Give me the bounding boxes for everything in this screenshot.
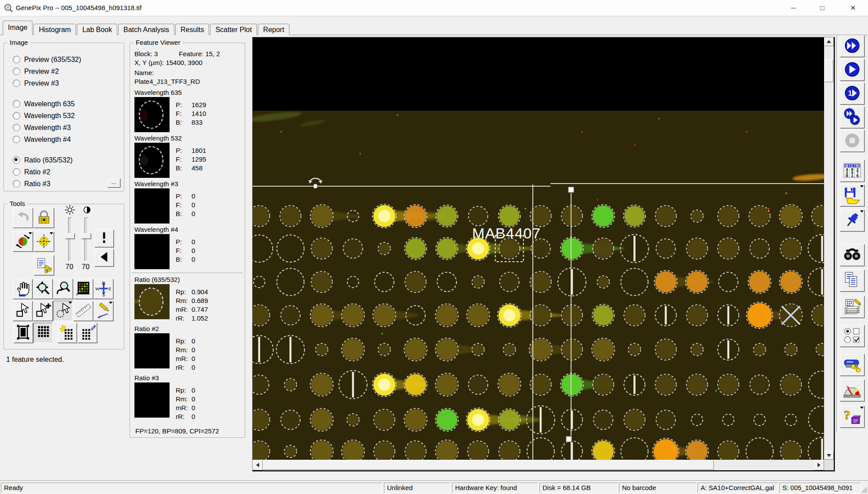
toolbar-barcode-button[interactable]: BCR438951276 [840, 160, 864, 182]
select-add-button[interactable] [33, 301, 53, 321]
feature-thumbnail [134, 97, 170, 132]
close-button[interactable]: ✕ [840, 0, 866, 16]
horizontal-scrollbar[interactable] [253, 460, 824, 470]
fv-values: Rp:0Rm:0mR:0rR:0 [176, 333, 195, 372]
vertical-scrollbar[interactable] [824, 37, 834, 460]
flag-feature-button[interactable] [94, 230, 114, 247]
draw-tool-button[interactable] [94, 301, 113, 321]
radio-button-icon[interactable] [13, 56, 20, 63]
array-image[interactable]: MAB4407 [253, 37, 824, 460]
radio-button-icon[interactable] [13, 136, 20, 143]
horizontal-scroll-thumb[interactable] [263, 460, 714, 470]
array-display-button[interactable] [73, 279, 93, 299]
contrast-slider-thumb[interactable] [81, 233, 91, 239]
radio-button-icon[interactable] [13, 79, 20, 87]
scan-all-icon [843, 36, 862, 55]
radio-label: Ratio #2 [24, 168, 51, 176]
block-properties-button[interactable] [78, 323, 97, 343]
radio-preview-635-532-[interactable]: Preview (635/532) [4, 54, 124, 65]
scroll-up-button[interactable] [824, 37, 834, 46]
rotate-image-button[interactable] [13, 231, 33, 252]
tab-scatter-plot[interactable]: Scatter Plot [210, 24, 257, 35]
name-label: Name: [130, 69, 245, 78]
tab-batch-analysis[interactable]: Batch Analysis [118, 24, 174, 35]
radio-button-icon[interactable] [13, 168, 20, 176]
pan-tool-button[interactable] [13, 279, 33, 299]
tab-strip: ImageHistogramLab BookBatch AnalysisResu… [3, 21, 290, 35]
toolbar-scan-button[interactable] [840, 59, 864, 81]
window-title: GenePix Pro -- 005_10045498_h091318.tif [16, 0, 141, 16]
tab-results[interactable]: Results [175, 24, 209, 35]
toolbar-hardware-button[interactable] [840, 354, 864, 376]
radio-button-icon[interactable] [13, 180, 20, 188]
radio-ratio-2[interactable]: Ratio #2 [4, 166, 124, 178]
help-icon: ? [843, 407, 862, 425]
orientation-button[interactable]: NSWE [94, 279, 113, 299]
align-blocks-button[interactable] [34, 231, 54, 252]
resize-grip[interactable] [861, 487, 868, 493]
vertical-scroll-thumb[interactable] [825, 59, 833, 82]
toolbar-display-options-button[interactable] [840, 325, 864, 347]
block-single-icon [15, 324, 32, 341]
radio-wavelength-4[interactable]: Wavelength #4 [4, 133, 124, 145]
exclaim-icon [96, 231, 112, 245]
block-mode-button[interactable] [14, 323, 33, 343]
contrast-icon [82, 205, 92, 215]
toolbar-batch-scan-button[interactable] [840, 106, 864, 128]
scroll-right-button[interactable] [814, 460, 824, 470]
brightness-slider-thumb[interactable] [65, 233, 75, 239]
minimize-button[interactable]: ─ [781, 0, 806, 16]
toolbar-copy-button[interactable] [840, 270, 864, 292]
radio-preview-2[interactable]: Preview #2 [4, 65, 124, 77]
tab-report[interactable]: Report [258, 24, 289, 35]
toolbar-scan-single-button[interactable]: 1 [840, 83, 864, 105]
radio-wavelength-532[interactable]: Wavelength 532 [4, 110, 124, 122]
radio-label: Preview #3 [24, 79, 59, 87]
selection-status: 1 feature selected. [6, 356, 64, 364]
radio-button-icon[interactable] [13, 100, 20, 108]
radio-wavelength-3[interactable]: Wavelength #3 [4, 122, 124, 133]
undo-button[interactable] [13, 208, 33, 228]
more-options-button[interactable]: ... [107, 178, 120, 188]
radio-button-icon[interactable] [13, 68, 20, 75]
contrast-slider[interactable] [84, 217, 88, 261]
toolbar-find-button[interactable] [840, 244, 864, 266]
toolbar-pin-button[interactable] [840, 209, 864, 231]
tab-lab-book[interactable]: Lab Book [77, 24, 117, 35]
zoom-back-icon [55, 280, 72, 297]
toolbar-stop-button[interactable] [840, 130, 864, 152]
select-feature-button[interactable] [53, 301, 73, 321]
previous-feature-button[interactable] [94, 249, 114, 267]
feature-thumbnail [134, 382, 170, 418]
zoom-back-button[interactable] [53, 279, 73, 299]
app-icon [4, 4, 13, 12]
scroll-left-button[interactable] [253, 460, 263, 470]
tab-histogram[interactable]: Histogram [33, 24, 76, 35]
toolbar-help-button[interactable]: ? [840, 406, 864, 428]
display-options-icon [843, 326, 862, 345]
scrollbar-corner [824, 460, 834, 470]
radio-preview-3[interactable]: Preview #3 [4, 77, 124, 89]
brightness-slider[interactable] [68, 217, 72, 261]
radio-button-icon[interactable] [13, 156, 20, 164]
new-block-button[interactable] [58, 323, 77, 343]
copy-settings-button[interactable] [34, 255, 54, 275]
radio-ratio-635-532-[interactable]: Ratio (635/532) [4, 154, 124, 166]
radio-wavelength-635[interactable]: Wavelength 635 [4, 98, 124, 110]
select-region-button[interactable] [13, 301, 33, 321]
toolbar-scan-all-button[interactable] [840, 35, 864, 57]
lock-button[interactable] [34, 208, 54, 228]
feature-mode-button[interactable] [33, 323, 53, 343]
toolbar-array-list-button[interactable] [840, 296, 864, 318]
tab-image[interactable]: Image [3, 21, 33, 35]
align-target-icon [36, 233, 52, 249]
radio-button-icon[interactable] [13, 112, 20, 119]
radio-button-icon[interactable] [13, 124, 20, 131]
maximize-button[interactable]: □ [810, 0, 835, 16]
zoom-tool-button[interactable] [33, 279, 53, 299]
toolbar-gauge-button[interactable] [840, 379, 864, 401]
scroll-down-button[interactable] [824, 451, 834, 460]
toolbar-save-open-button[interactable] [840, 184, 864, 206]
measure-tool-button[interactable] [73, 301, 93, 321]
radio-ratio-3[interactable]: Ratio #3 [4, 178, 124, 190]
